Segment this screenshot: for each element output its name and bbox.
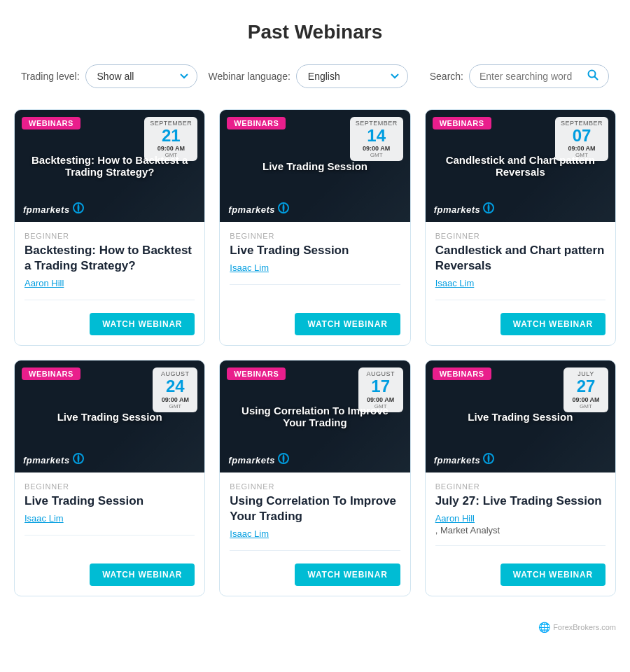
date-time: 09:00 AM [364, 396, 398, 403]
card-body: BEGINNER Backtesting: How to Backtest a … [15, 222, 204, 345]
svg-line-1 [595, 77, 598, 80]
card-author[interactable]: Isaac Lim [230, 528, 400, 539]
date-gmt: GMT [364, 403, 398, 410]
date-badge: AUGUST 17 09:00 AM GMT [358, 368, 403, 412]
fpmarkets-logo: fpmarkets [434, 202, 495, 216]
fpmarkets-logo: fpmarkets [434, 453, 495, 467]
fpmarkets-icon [483, 453, 494, 467]
date-day: 14 [356, 127, 398, 145]
card-title: Using Correlation To Improve Your Tradin… [230, 493, 400, 524]
card-title: Candlestick and Chart pattern Reversals [435, 243, 606, 274]
card-divider [230, 550, 400, 551]
webinar-badge: WEBINARS [22, 117, 80, 130]
date-time: 09:00 AM [569, 396, 603, 403]
card-author[interactable]: Aaron Hill [24, 278, 195, 288]
card-author[interactable]: Isaac Lim [230, 262, 400, 273]
card-footer: WATCH WEBINAR [230, 307, 400, 335]
webinar-language-select[interactable]: English Spanish French German [296, 64, 408, 88]
date-time: 09:00 AM [356, 145, 398, 152]
card-title: Live Trading Session [230, 243, 400, 258]
webinar-card: Live Trading Session WEBINARS SEPTEMBER … [219, 109, 410, 346]
card-level: BEGINNER [435, 232, 606, 240]
fpmarkets-text: fpmarkets [23, 455, 70, 465]
card-author[interactable]: Isaac Lim [24, 513, 195, 524]
fpmarkets-icon [73, 202, 84, 216]
fpmarkets-text: fpmarkets [434, 204, 481, 215]
date-gmt: GMT [561, 152, 603, 158]
search-group: Search: [430, 64, 609, 88]
webinar-card: Live Trading Session WEBINARS JULY 27 09… [425, 360, 616, 596]
card-thumbnail: Backtesting: How to Backtest a Trading S… [15, 110, 204, 222]
webinar-language-filter: Webinar language: English Spanish French… [209, 64, 408, 88]
card-thumbnail: Live Trading Session WEBINARS JULY 27 09… [426, 360, 615, 472]
trading-level-filter: Trading level: Show all Beginner Interme… [21, 64, 197, 88]
card-footer: WATCH WEBINAR [24, 558, 195, 586]
date-day: 17 [364, 377, 398, 396]
date-gmt: GMT [150, 152, 192, 158]
card-body: BEGINNER Using Correlation To Improve Yo… [220, 472, 410, 596]
fpmarkets-logo: fpmarkets [23, 453, 84, 467]
thumbnail-text: Live Trading Session [456, 411, 584, 423]
search-input[interactable] [479, 71, 584, 82]
trading-level-select[interactable]: Show all Beginner Intermediate Advanced [85, 64, 197, 88]
card-thumbnail: Live Trading Session WEBINARS AUGUST 24 … [15, 360, 204, 472]
webinar-card: Backtesting: How to Backtest a Trading S… [14, 109, 205, 346]
date-gmt: GMT [569, 403, 603, 410]
date-gmt: GMT [356, 152, 398, 158]
card-author[interactable]: Isaac Lim [435, 278, 606, 288]
search-label: Search: [430, 71, 463, 82]
fpmarkets-logo: fpmarkets [228, 202, 289, 216]
forexbrokers-text: ForexBrokers.com [553, 623, 616, 631]
card-author[interactable]: Aaron Hill [435, 513, 606, 524]
webinar-badge: WEBINARS [22, 368, 80, 380]
date-day: 21 [150, 127, 192, 145]
watch-webinar-button[interactable]: WATCH WEBINAR [500, 564, 606, 586]
card-title: Live Trading Session [24, 493, 195, 509]
card-divider [24, 300, 195, 300]
date-day: 24 [158, 377, 192, 396]
cards-grid: Backtesting: How to Backtest a Trading S… [0, 102, 630, 617]
watch-webinar-button[interactable]: WATCH WEBINAR [295, 313, 400, 335]
webinar-card: Using Correlation To Improve Your Tradin… [219, 360, 410, 596]
watch-webinar-button[interactable]: WATCH WEBINAR [90, 313, 195, 335]
card-divider [24, 535, 195, 536]
date-time: 09:00 AM [150, 145, 192, 152]
card-thumbnail: Live Trading Session WEBINARS SEPTEMBER … [220, 110, 410, 222]
page-title: Past Webinars [0, 0, 630, 57]
fpmarkets-icon [73, 453, 84, 467]
footer-watermark: 🌐 ForexBrokers.com [0, 617, 630, 640]
fpmarkets-text: fpmarkets [434, 455, 481, 465]
webinar-card: Candlestick and Chart pattern Reversals … [425, 109, 616, 346]
card-thumbnail: Using Correlation To Improve Your Tradin… [220, 360, 410, 472]
webinar-card: Live Trading Session WEBINARS AUGUST 24 … [14, 360, 205, 596]
card-body: BEGINNER July 27: Live Trading Session A… [426, 472, 615, 596]
webinar-badge: WEBINARS [227, 368, 286, 380]
card-level: BEGINNER [435, 482, 606, 491]
date-day: 27 [569, 377, 603, 396]
card-divider [435, 300, 606, 300]
card-level: BEGINNER [24, 482, 195, 491]
trading-level-label: Trading level: [21, 71, 80, 82]
watch-webinar-button[interactable]: WATCH WEBINAR [295, 564, 400, 586]
card-thumbnail: Candlestick and Chart pattern Reversals … [426, 110, 615, 222]
card-divider [435, 545, 606, 546]
fpmarkets-icon [483, 202, 494, 216]
date-badge: JULY 27 09:00 AM GMT [564, 368, 608, 412]
watch-webinar-button[interactable]: WATCH WEBINAR [90, 564, 195, 586]
webinar-badge: WEBINARS [433, 368, 491, 380]
date-badge: SEPTEMBER 14 09:00 AM GMT [350, 117, 403, 161]
watch-webinar-button[interactable]: WATCH WEBINAR [500, 313, 606, 335]
card-divider [230, 284, 400, 285]
date-time: 09:00 AM [158, 396, 192, 403]
date-badge: AUGUST 24 09:00 AM GMT [153, 368, 197, 412]
date-badge: SEPTEMBER 21 09:00 AM GMT [144, 117, 197, 161]
card-level: BEGINNER [230, 232, 400, 240]
search-icon [587, 69, 598, 83]
fpmarkets-text: fpmarkets [228, 455, 275, 465]
card-footer: WATCH WEBINAR [24, 307, 195, 335]
card-level: BEGINNER [24, 232, 195, 240]
search-input-wrap [469, 64, 609, 88]
card-body: BEGINNER Live Trading Session Isaac Lim … [220, 222, 410, 345]
webinar-badge: WEBINARS [227, 117, 286, 130]
date-gmt: GMT [158, 403, 192, 410]
